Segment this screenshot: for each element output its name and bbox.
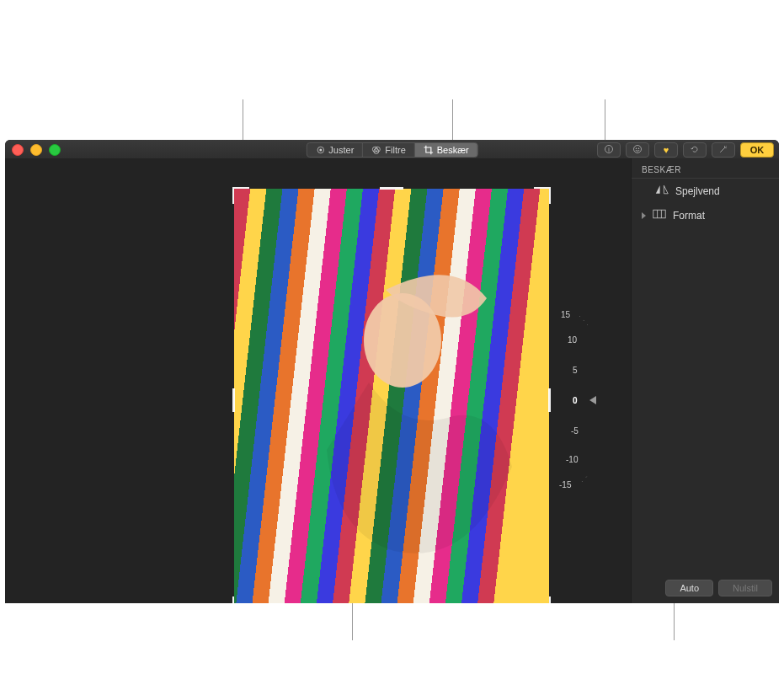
- done-button-label: OK: [750, 145, 765, 155]
- heart-icon: ♥: [664, 145, 669, 155]
- info-icon: i: [604, 144, 614, 156]
- done-button[interactable]: OK: [740, 142, 774, 158]
- filters-tab-label: Filtre: [385, 145, 405, 155]
- favorite-button[interactable]: ♥: [654, 142, 678, 158]
- minimize-window-button[interactable]: [30, 144, 42, 156]
- crop-handle-top-left[interactable]: [232, 187, 249, 204]
- reset-button[interactable]: Nulstil: [718, 580, 772, 596]
- straighten-dial[interactable]: 15 10 5 0 -5 -10 -15: [534, 312, 588, 489]
- filters-icon: [371, 145, 381, 155]
- dial-tick-label: 0: [573, 396, 578, 405]
- crop-handle-bottom-right[interactable]: [534, 596, 551, 603]
- flip-row[interactable]: Spejlvend: [632, 179, 779, 203]
- sidebar-header: BESKÆR: [632, 158, 779, 179]
- dial-tick-label: 15: [561, 310, 570, 319]
- crop-handle-left[interactable]: [232, 388, 235, 412]
- crop-sidebar: BESKÆR Spejlvend Format Auto: [631, 158, 779, 603]
- reset-button-label: Nulstil: [733, 583, 758, 593]
- app-window: Juster Filtre Beskær i: [5, 140, 779, 603]
- svg-point-7: [634, 146, 642, 153]
- aspect-label: Format: [673, 210, 705, 222]
- aspect-icon: [653, 209, 666, 222]
- flip-icon: [655, 185, 669, 197]
- svg-text:i: i: [608, 147, 610, 152]
- faces-button[interactable]: [626, 142, 649, 158]
- auto-button[interactable]: Auto: [665, 580, 713, 596]
- dial-tick-label: 5: [573, 366, 578, 375]
- crop-tab[interactable]: Beskær: [415, 143, 477, 157]
- adjust-icon: [315, 145, 325, 155]
- callout-line: [452, 99, 453, 140]
- flip-label: Spejlvend: [675, 185, 720, 197]
- wand-icon: [717, 144, 729, 156]
- photo-crop-frame[interactable]: 15 10 5 0 -5 -10 -15: [234, 189, 549, 603]
- face-icon: [632, 144, 643, 156]
- svg-point-9: [638, 148, 640, 150]
- photo-content: [234, 189, 549, 603]
- rotate-button[interactable]: [683, 142, 707, 158]
- dial-tick-label: 10: [568, 335, 577, 345]
- rotate-icon: [690, 144, 700, 156]
- adjust-tab[interactable]: Juster: [307, 143, 363, 157]
- edit-mode-segmented-control: Juster Filtre Beskær: [306, 142, 477, 158]
- svg-rect-12: [653, 210, 665, 218]
- svg-point-8: [636, 148, 637, 150]
- crop-tab-label: Beskær: [437, 145, 469, 155]
- dial-tick-label: -10: [566, 455, 578, 464]
- crop-handle-bottom-left[interactable]: [232, 596, 249, 603]
- aspect-row[interactable]: Format: [632, 203, 779, 227]
- close-window-button[interactable]: [12, 144, 24, 156]
- svg-point-1: [319, 149, 322, 152]
- disclosure-triangle-icon: [642, 212, 646, 219]
- crop-handle-top-right[interactable]: [534, 187, 551, 204]
- auto-button-label: Auto: [680, 583, 699, 593]
- dial-tick-label: -15: [559, 480, 571, 489]
- adjust-tab-label: Juster: [328, 145, 354, 155]
- canvas-area: 15 10 5 0 -5 -10 -15: [5, 158, 632, 603]
- crop-handle-top[interactable]: [380, 187, 403, 190]
- sidebar-footer: Auto Nulstil: [665, 580, 772, 596]
- toolbar-right: i ♥ OK: [597, 142, 774, 158]
- dial-tick-label: -5: [571, 426, 579, 436]
- info-button[interactable]: i: [597, 142, 621, 158]
- crop-icon: [424, 145, 434, 155]
- dial-pointer-icon: [589, 396, 596, 404]
- auto-enhance-button[interactable]: [712, 142, 735, 158]
- window-controls: [12, 144, 61, 156]
- filters-tab[interactable]: Filtre: [363, 143, 414, 157]
- zoom-window-button[interactable]: [49, 144, 61, 156]
- titlebar: Juster Filtre Beskær i: [5, 140, 779, 159]
